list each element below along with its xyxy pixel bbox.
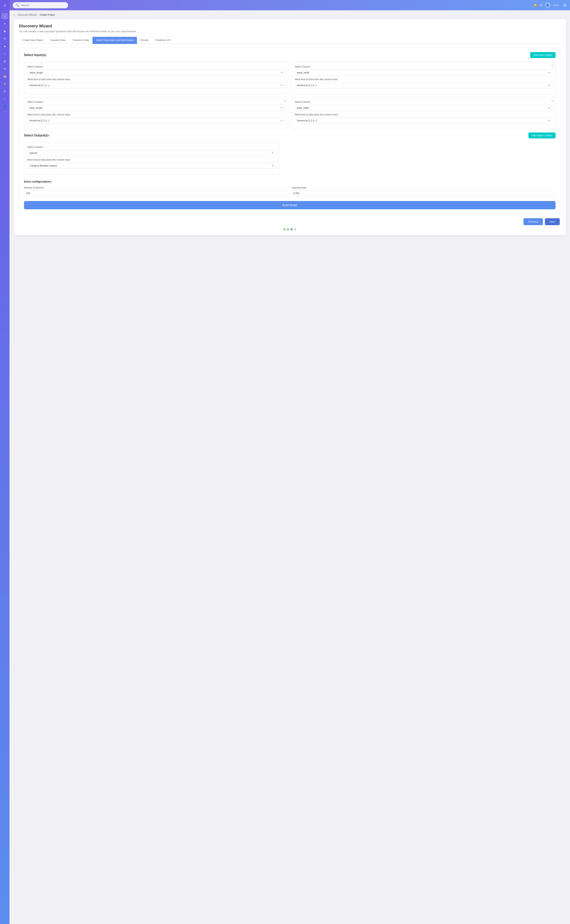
breadcrumb-wizard-link[interactable]: Discovery Wizard <box>18 14 37 16</box>
avatar[interactable]: 👤 <box>545 2 551 8</box>
config-grid: Number of Epochs: Learning Rate: <box>24 186 556 196</box>
learning-rate-label: Learning Rate: <box>291 186 556 189</box>
wizard-title: Discovery Wizard <box>19 24 561 28</box>
calendar-nav-icon[interactable]: 📅 <box>2 73 8 80</box>
pagination-dots <box>19 228 561 230</box>
search-bar[interactable]: 🔍 <box>13 2 68 8</box>
add-input-column-button[interactable]: Add Input Column <box>530 52 556 58</box>
bell-icon[interactable]: 🔔 <box>533 3 537 7</box>
col2-select-label: Select Column: <box>295 65 552 68</box>
outputs-section-title: Select Output(s)- <box>24 134 49 137</box>
gear-nav-icon[interactable]: ⚙ <box>2 35 8 42</box>
col3-select-label: Select Column: <box>27 101 285 103</box>
epochs-label: Number of Epochs: <box>24 186 288 189</box>
dot-2 <box>287 228 289 230</box>
col2-dtype-label: What kind of data does this column have: <box>295 78 552 81</box>
run-nav-icon[interactable]: ⚡ <box>2 81 8 87</box>
page-content: ⌂ › Discovery Wizard › Create Project Di… <box>9 10 570 924</box>
learning-rate-input[interactable] <box>291 190 556 196</box>
person-nav-icon[interactable]: 👤 <box>2 103 8 109</box>
tab-transform[interactable]: Transform Data <box>69 37 93 44</box>
col3-close-icon[interactable]: ✕ <box>284 100 286 102</box>
col3-dtype-label: What kind of data does this column have: <box>27 113 285 116</box>
epochs-field: Number of Epochs: <box>24 186 288 196</box>
input-column-card-1: Select Column: sepal_length sepal_width … <box>24 62 288 94</box>
header-right: 🔔 ⧉ 👤 rand... ⚙ <box>533 2 567 8</box>
search-input[interactable] <box>21 4 61 7</box>
user-name: rand... <box>553 4 560 6</box>
col2-column-select[interactable]: sepal_length sepal_width petal_length pe… <box>295 70 552 76</box>
col1-dtype-label: What kind of data does this column have: <box>27 78 285 81</box>
extra-config-section: Extra configurations: Number of Epochs: … <box>24 180 556 196</box>
layers-nav-icon[interactable]: ◈ <box>2 43 8 49</box>
tab-select-params[interactable]: Select Parameters and Build Model <box>92 37 137 44</box>
breadcrumb-current: Create Project <box>40 14 55 16</box>
out1-column-select[interactable]: sepal_length sepal_width petal_length pe… <box>27 150 276 156</box>
extra-config-title: Extra configurations: <box>24 180 556 183</box>
col4-dtype-select[interactable]: Numerical [1,2,3...] Category [Multiple … <box>295 118 552 124</box>
d-nav-icon[interactable]: D <box>2 88 8 94</box>
output-column-card-1: Select Column: sepal_length sepal_width … <box>24 143 279 175</box>
tab-visualize[interactable]: Visualize Data <box>47 37 69 44</box>
input-column-card-3: ✕ Select Column: sepal_length sepal_widt… <box>24 97 288 129</box>
outputs-section-header: Select Output(s)- Add Output Column <box>24 132 556 138</box>
grid-nav-icon[interactable]: ⊞ <box>2 58 8 64</box>
output-columns-area: Select Column: sepal_length sepal_width … <box>24 143 279 175</box>
input-column-card-4: ✕ Select Column: sepal_length sepal_widt… <box>291 97 556 129</box>
inputs-section-title: Select Input(s)- <box>24 53 47 57</box>
next-button[interactable]: Next <box>545 218 560 225</box>
col4-close-icon[interactable]: ✕ <box>551 100 553 102</box>
nav-row: Previous Next <box>19 218 561 225</box>
breadcrumb-sep-1: › <box>16 14 17 16</box>
col3-dtype-select[interactable]: Numerical [1,2,3...] Category [Multiple … <box>27 118 285 124</box>
dot-1 <box>283 228 285 230</box>
inner-card: Select Input(s)- Add Input Column Select… <box>19 47 561 214</box>
dot-4 <box>294 228 296 230</box>
settings-badge[interactable]: ⚙ <box>563 3 567 7</box>
search-icon: 🔍 <box>15 3 19 7</box>
tabs-bar: Create New Project Visualize Data Transf… <box>19 37 561 44</box>
input-columns-grid: Select Column: sepal_length sepal_width … <box>24 62 556 129</box>
copy-nav-icon[interactable]: ⧉ <box>2 66 8 72</box>
wizard-subtitle: You will answer a few important question… <box>19 30 561 33</box>
inputs-section-header: Select Input(s)- Add Input Column <box>24 52 556 58</box>
circle-nav-icon[interactable]: ● <box>2 20 8 27</box>
main-area: 🔍 🔔 ⧉ 👤 rand... ⚙ ⌂ › Discovery Wizard ›… <box>9 0 570 924</box>
music-nav-icon[interactable]: ♪ <box>2 96 8 102</box>
col2-dtype-select[interactable]: Numerical [1,2,3...] Category [Multiple … <box>295 82 552 88</box>
col1-column-select[interactable]: sepal_length sepal_width petal_length pe… <box>27 70 285 76</box>
menu-icon[interactable]: ☰ <box>2 2 8 9</box>
home-breadcrumb-icon[interactable]: ⌂ <box>14 14 15 16</box>
build-model-button[interactable]: Build Model <box>24 201 556 209</box>
col4-select-label: Select Column: <box>295 101 552 103</box>
col1-select-label: Select Column: <box>27 65 285 68</box>
col4-dtype-label: What kind of data does this column have: <box>295 113 552 116</box>
home-nav-icon[interactable]: ⌂ <box>2 13 8 19</box>
learning-rate-field: Learning Rate: <box>291 186 556 196</box>
main-card: Discovery Wizard You will answer a few i… <box>14 19 566 235</box>
breadcrumb-sep-2: › <box>38 14 38 16</box>
col2-close-icon[interactable]: ✕ <box>551 64 553 67</box>
tab-create-project[interactable]: Create New Project <box>19 37 47 44</box>
check-nav-icon[interactable]: ✓ <box>2 51 8 57</box>
add-output-column-button[interactable]: Add Output Column <box>529 132 556 138</box>
out1-dtype-select[interactable]: Numerical [1,2,3...] Category [Multiple … <box>27 163 276 169</box>
out1-dtype-label: What kind of data does this column have: <box>27 158 276 161</box>
tab-prediction-api[interactable]: Prediction API <box>152 37 174 44</box>
col3-column-select[interactable]: sepal_length sepal_width petal_length pe… <box>27 105 285 111</box>
dot-3 <box>291 228 293 230</box>
sidebar: ☰ ⌂ ● ◆ ⚙ ◈ ✓ ⊞ ⧉ 📅 ⚡ D ♪ 👤 <box>0 0 9 924</box>
previous-button[interactable]: Previous <box>524 218 543 225</box>
col1-dtype-select[interactable]: Numerical [1,2,3...] Category [Multiple … <box>27 82 285 88</box>
diamond-nav-icon[interactable]: ◆ <box>2 28 8 34</box>
copy-header-icon[interactable]: ⧉ <box>540 3 542 7</box>
epochs-input[interactable] <box>24 190 288 196</box>
col4-column-select[interactable]: sepal_length sepal_width petal_length pe… <box>295 105 552 111</box>
breadcrumb: ⌂ › Discovery Wizard › Create Project <box>14 14 566 16</box>
out1-select-label: Select Column: <box>27 146 276 149</box>
sidebar-divider-1 <box>2 11 7 11</box>
input-column-card-2: ✕ Select Column: sepal_length sepal_widt… <box>291 62 556 94</box>
tab-results[interactable]: Results <box>137 37 152 44</box>
top-header: 🔍 🔔 ⧉ 👤 rand... ⚙ <box>9 0 570 10</box>
